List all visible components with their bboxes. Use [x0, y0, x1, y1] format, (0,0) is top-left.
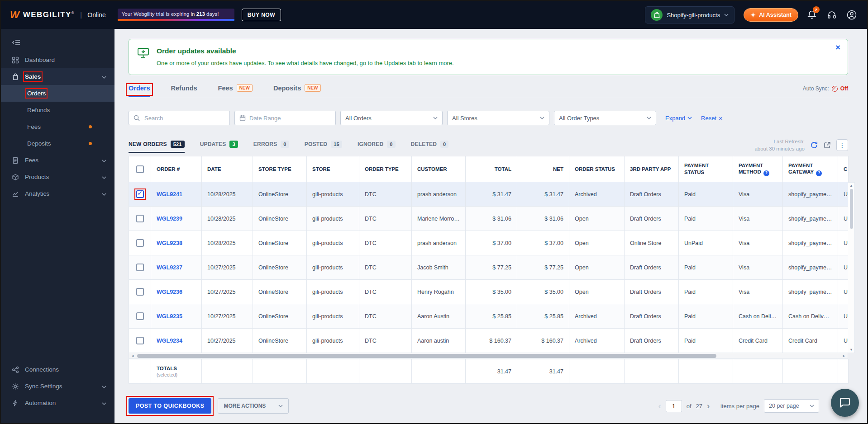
tab-fees[interactable]: FeesNEW — [218, 84, 253, 97]
sidebar-item-label: Products — [25, 174, 49, 180]
cell-store: gili-products — [307, 304, 359, 329]
subtab-updates[interactable]: UPDATES 3 — [200, 141, 238, 153]
sidebar-item-orders[interactable]: Orders — [1, 85, 114, 102]
open-in-new-icon[interactable] — [824, 141, 831, 149]
next-page-button[interactable]: › — [707, 401, 710, 411]
cell-store: gili-products — [307, 280, 359, 304]
sidebar-collapse-button[interactable] — [1, 33, 114, 52]
count-badge: 3 — [229, 141, 238, 148]
sidebar-item-refunds[interactable]: Refunds — [1, 102, 114, 118]
order-link[interactable]: WGL9236 — [157, 289, 182, 295]
date-range-picker[interactable]: Date Range — [234, 111, 336, 125]
cell-clipped: U — [838, 280, 849, 304]
table-row: WGL9241 10/28/2025 OnlineStore gili-prod… — [129, 182, 849, 207]
chevron-down-icon — [102, 190, 106, 197]
order-link[interactable]: WGL9239 — [157, 216, 182, 222]
row-checkbox[interactable] — [136, 264, 144, 271]
cell-order-status: Archived — [569, 304, 625, 329]
sidebar-item-dashboard[interactable]: Dashboard — [1, 52, 114, 68]
new-feature-dot — [89, 142, 92, 145]
vertical-scrollbar[interactable]: ▲ ▼ — [848, 182, 855, 353]
refresh-icon[interactable] — [810, 141, 818, 149]
sidebar-item-automation[interactable]: Automation — [1, 395, 114, 411]
close-icon[interactable]: × — [835, 43, 840, 52]
sidebar-item-sales[interactable]: Sales — [1, 68, 114, 85]
per-page-value: 20 per page — [769, 403, 799, 409]
per-page-dropdown[interactable]: 20 per page — [764, 399, 819, 413]
scroll-left-arrow[interactable]: ◄ — [129, 354, 136, 358]
notifications-button[interactable]: 2 — [806, 10, 818, 20]
column-header-total: TOTAL — [466, 156, 517, 182]
sidebar-item-fees-sub[interactable]: Fees — [1, 118, 114, 135]
more-actions-dropdown[interactable]: MORE ACTIONS — [218, 398, 289, 414]
cell-order-status: Open — [569, 280, 625, 304]
tab-refunds[interactable]: Refunds — [171, 85, 197, 97]
horizontal-scroll-thumb[interactable] — [137, 354, 716, 358]
store-filter-dropdown[interactable]: All Stores — [447, 111, 549, 125]
horizontal-scrollbar[interactable]: ◄ ► — [129, 353, 848, 359]
tab-deposits[interactable]: DepositsNEW — [273, 84, 321, 97]
account-button[interactable] — [845, 10, 858, 20]
scroll-up-arrow[interactable]: ▲ — [849, 184, 853, 188]
order-link[interactable]: WGL9241 — [157, 191, 182, 198]
logo-text: WEBGILITY® — [23, 10, 75, 19]
previous-page-button[interactable]: ‹ — [658, 401, 661, 411]
chat-widget-button[interactable] — [831, 389, 859, 417]
totals-label-cell: TOTALS (selected) — [151, 359, 202, 384]
row-checkbox[interactable] — [136, 190, 144, 198]
post-to-quickbooks-button[interactable]: POST TO QUICKBOOKS — [129, 398, 211, 414]
ai-assistant-button[interactable]: AI Assistant — [744, 8, 798, 22]
subtab-ignored[interactable]: IGNORED 0 — [358, 141, 396, 153]
page-number-input[interactable] — [666, 400, 682, 412]
reset-filters-link[interactable]: Reset × — [701, 115, 723, 122]
subtab-new-orders[interactable]: NEW ORDERS 521 — [129, 141, 185, 153]
order-link[interactable]: WGL9237 — [157, 264, 182, 271]
search-input[interactable] — [143, 114, 225, 122]
subtab-errors[interactable]: ERRORS 0 — [253, 141, 289, 153]
order-type-filter-value: All Order Types — [559, 115, 599, 122]
order-filter-dropdown[interactable]: All Orders — [340, 111, 443, 125]
table-menu-button[interactable]: ⋮ — [836, 139, 848, 151]
expand-filters-link[interactable]: Expand — [665, 115, 692, 122]
row-checkbox[interactable] — [136, 239, 144, 247]
sidebar-item-analytics[interactable]: Analytics — [1, 185, 114, 202]
vertical-scroll-thumb[interactable] — [850, 189, 853, 229]
row-checkbox[interactable] — [136, 215, 144, 222]
cell-net: $ 25.85 — [517, 304, 569, 329]
sidebar-item-deposits[interactable]: Deposits — [1, 135, 114, 152]
select-all-checkbox[interactable] — [136, 165, 144, 173]
sidebar-item-sync-settings[interactable]: Sync Settings — [1, 378, 114, 395]
store-selector[interactable]: Shopify-gili-products — [645, 6, 734, 24]
help-icon[interactable]: ? — [763, 170, 769, 176]
dashboard-icon — [12, 57, 19, 64]
cell-payment-status: Paid — [679, 304, 733, 329]
topbar: W WEBGILITY® | Online Your Webgility tri… — [1, 1, 867, 29]
subtab-posted[interactable]: POSTED 15 — [305, 141, 342, 153]
order-type-filter-dropdown[interactable]: All Order Types — [554, 111, 656, 125]
column-header-store: STORE — [307, 156, 359, 182]
cell-order-number: WGL9239 — [151, 207, 202, 231]
checkbox-cell — [129, 329, 151, 353]
cell-customer: Aaron austin — [412, 329, 466, 353]
tab-orders[interactable]: Orders — [129, 85, 150, 97]
row-checkbox[interactable] — [136, 288, 144, 296]
cell-clipped: U — [838, 182, 849, 207]
buy-now-button[interactable]: BUY NOW — [242, 9, 281, 21]
order-link[interactable]: WGL9235 — [157, 313, 182, 320]
subtab-deleted[interactable]: DELETED 0 — [411, 141, 449, 153]
scroll-right-arrow[interactable]: ► — [840, 354, 848, 358]
row-checkbox[interactable] — [136, 337, 144, 344]
sidebar-item-fees[interactable]: Fees — [1, 152, 114, 169]
order-link[interactable]: WGL9234 — [157, 338, 182, 344]
sidebar-item-connections[interactable]: Connections — [1, 361, 114, 378]
row-checkbox[interactable] — [136, 312, 144, 320]
sidebar-item-products[interactable]: Products — [1, 169, 114, 185]
trial-text-suffix: days! — [205, 11, 219, 17]
help-icon[interactable]: ? — [816, 170, 822, 176]
totals-label: TOTALS — [157, 366, 196, 371]
scroll-down-arrow[interactable]: ▼ — [849, 348, 853, 352]
order-link[interactable]: WGL9238 — [157, 240, 182, 246]
tab-bar: Orders Refunds FeesNEW DepositsNEW Auto … — [129, 84, 848, 97]
support-button[interactable] — [825, 10, 838, 19]
cell-clipped: U — [838, 207, 849, 231]
